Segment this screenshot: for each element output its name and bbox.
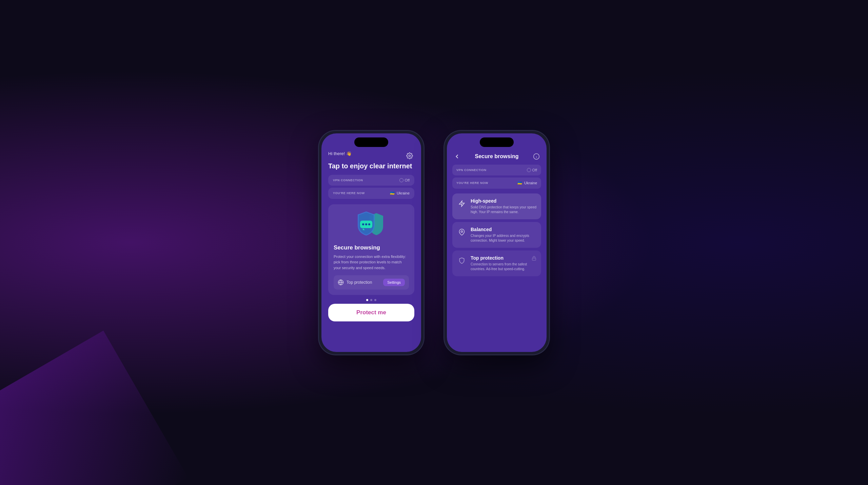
option-high-speed[interactable]: High-speed Solid DNS protection that kee…: [452, 193, 541, 219]
nav-title: Secure browsing: [475, 153, 519, 160]
settings-button[interactable]: Settings: [383, 279, 405, 286]
vpn-label: VPN CONNECTION: [333, 179, 363, 182]
high-speed-icon: [457, 199, 467, 208]
svg-marker-10: [459, 201, 465, 206]
phone-2-content: Secure browsing VPN CONNECTION Of: [447, 147, 547, 279]
location-row-2[interactable]: YOU'RE HERE NOW 🇺🇦 Ukraine: [452, 178, 541, 189]
phone-1-content: Hi there! 👋 Tap to enjoy clear internet …: [321, 147, 421, 327]
location-label-2: YOU'RE HERE NOW: [456, 181, 488, 185]
dot-2[interactable]: [370, 299, 372, 301]
svg-point-3: [365, 223, 367, 225]
balanced-title: Balanced: [471, 227, 536, 232]
svg-point-4: [368, 223, 370, 225]
flag-icon: 🇺🇦: [390, 191, 395, 195]
main-title: Tap to enjoy clear internet: [328, 162, 414, 170]
balanced-desc: Changes your IP address and encrypts con…: [471, 234, 536, 243]
toggle-circle-2: [527, 168, 531, 172]
dynamic-island-2: [480, 137, 514, 147]
svg-point-11: [461, 230, 463, 232]
balanced-text: Balanced Changes your IP address and enc…: [471, 227, 536, 243]
phone-2: Secure browsing VPN CONNECTION Of: [444, 131, 549, 355]
svg-point-2: [362, 223, 364, 225]
back-button[interactable]: [452, 152, 462, 161]
dot-1[interactable]: [366, 299, 368, 301]
globe-icon: [338, 279, 344, 285]
vpn-status-row[interactable]: VPN CONNECTION Off: [328, 175, 414, 186]
high-speed-title: High-speed: [471, 198, 536, 204]
carousel-dots: [328, 295, 414, 304]
option-top-protection[interactable]: Top protection Connection to servers fro…: [452, 250, 541, 276]
phone-1-screen: Hi there! 👋 Tap to enjoy clear internet …: [321, 133, 421, 352]
shield-illustration: [353, 210, 390, 240]
location-name: Ukraine: [397, 191, 410, 195]
lock-icon: [532, 256, 536, 262]
balanced-icon: [457, 227, 467, 237]
vpn-status: Off: [405, 178, 410, 182]
location-row[interactable]: YOU'RE HERE NOW 🇺🇦 Ukraine: [328, 188, 414, 199]
location-value-2: 🇺🇦 Ukraine: [517, 181, 537, 185]
card-footer-label: Top protection: [347, 280, 372, 285]
card-title: Secure browsing: [334, 244, 409, 251]
svg-point-0: [409, 155, 411, 156]
feature-card: Secure browsing Protect your connection …: [328, 204, 414, 295]
greeting-text: Hi there! 👋: [328, 151, 352, 156]
settings-icon[interactable]: [405, 151, 414, 161]
nav-row: Secure browsing: [452, 147, 541, 165]
high-speed-text: High-speed Solid DNS protection that kee…: [471, 198, 536, 214]
top-protection-desc: Connection to servers from the safest co…: [471, 262, 528, 272]
protect-me-button[interactable]: Protect me: [328, 304, 414, 321]
top-protection-text: Top protection Connection to servers fro…: [471, 255, 528, 272]
location-name-2: Ukraine: [524, 181, 537, 185]
card-footer-left: Top protection: [338, 279, 372, 285]
toggle-circle: [399, 178, 403, 182]
location-label: YOU'RE HERE NOW: [333, 191, 365, 195]
phone-2-screen: Secure browsing VPN CONNECTION Of: [447, 133, 547, 352]
svg-rect-12: [532, 258, 536, 260]
vpn-toggle-2[interactable]: Off: [527, 168, 537, 172]
phones-container: Hi there! 👋 Tap to enjoy clear internet …: [319, 131, 549, 355]
top-protection-title: Top protection: [471, 255, 528, 261]
card-footer[interactable]: Top protection Settings: [334, 275, 409, 290]
vpn-toggle[interactable]: Off: [399, 178, 410, 182]
vpn-row-2[interactable]: VPN CONNECTION Off: [452, 165, 541, 175]
vpn-status-2: Off: [532, 168, 537, 172]
dynamic-island-1: [354, 137, 388, 147]
flag-icon-2: 🇺🇦: [517, 181, 522, 185]
phone-1: Hi there! 👋 Tap to enjoy clear internet …: [319, 131, 424, 355]
option-balanced[interactable]: Balanced Changes your IP address and enc…: [452, 222, 541, 248]
vpn-label-2: VPN CONNECTION: [456, 168, 487, 172]
shield-container: [334, 210, 409, 240]
info-button[interactable]: [532, 152, 541, 161]
high-speed-desc: Solid DNS protection that keeps your spe…: [471, 205, 536, 214]
location-value: 🇺🇦 Ukraine: [390, 191, 410, 195]
greeting-row: Hi there! 👋: [328, 151, 414, 161]
dot-3[interactable]: [374, 299, 376, 301]
card-description: Protect your connection with extra flexi…: [334, 254, 409, 271]
top-protection-icon: [457, 256, 467, 265]
